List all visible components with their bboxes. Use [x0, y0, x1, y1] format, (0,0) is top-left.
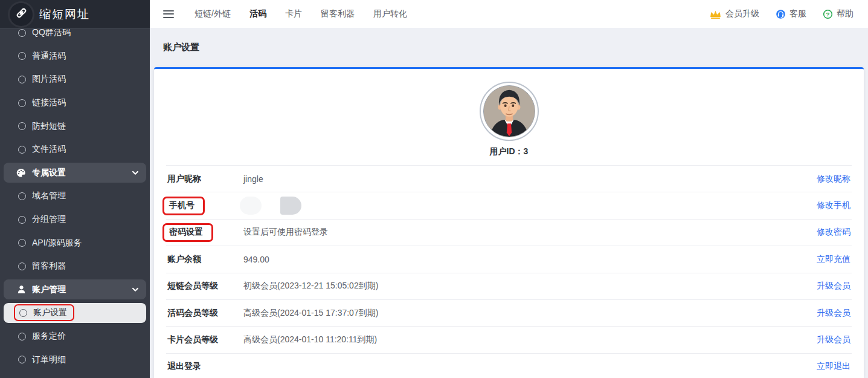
- sidebar-section-6[interactable]: 专属设置: [0, 161, 150, 185]
- svg-text:?: ?: [826, 11, 830, 18]
- user-id: 用户ID：3: [166, 146, 852, 157]
- row-label: 手机号: [167, 197, 243, 215]
- sidebar-item-label: 服务定价: [32, 331, 66, 342]
- sidebar: 缩短网址 QQ群活码普通活码图片活码链接活码防封短链文件活码专属设置域名管理分组…: [0, 0, 150, 378]
- circle-bullet-icon: [18, 122, 26, 130]
- sidebar-item-label: API/源码服务: [32, 238, 82, 249]
- sidebar-item-5[interactable]: 文件活码: [0, 138, 150, 161]
- sidebar-item-label: 域名管理: [32, 191, 66, 201]
- sidebar-item-4[interactable]: 防封短链: [0, 114, 150, 138]
- redacted-phone-blob: [280, 197, 301, 215]
- tab-3[interactable]: 留客利器: [321, 6, 355, 22]
- row-label: 账户余额: [167, 254, 243, 265]
- row-label: 用户昵称: [167, 174, 243, 184]
- sidebar-item-label: 留客利器: [32, 261, 66, 272]
- row-label: 密码设置: [167, 223, 243, 242]
- tab-0[interactable]: 短链/外链: [194, 6, 231, 22]
- chevron-down-icon: [132, 287, 139, 292]
- sidebar-item-label: 账户管理: [32, 284, 66, 295]
- help-icon: ?: [823, 9, 833, 19]
- avatar-ring[interactable]: [480, 82, 539, 141]
- circle-bullet-icon: [18, 216, 26, 224]
- chevron-down-icon: [132, 171, 139, 175]
- row-label: 卡片会员等级: [167, 334, 243, 345]
- row-value: 高级会员(2024-01-10 11:20:11到期): [243, 334, 817, 345]
- row-value: 设置后可使用密码登录: [243, 227, 817, 238]
- sidebar-item-3[interactable]: 链接活码: [0, 91, 150, 115]
- sidebar-item-10[interactable]: 留客利器: [0, 255, 150, 278]
- sidebar-item-label: 账户设置: [33, 307, 67, 318]
- page-content: 账户设置: [150, 28, 868, 378]
- page-title: 账户设置: [154, 28, 864, 67]
- row-action-link[interactable]: 升级会员: [817, 334, 850, 345]
- user-id-label: 用户ID：: [490, 146, 524, 156]
- sidebar-item-label: 文件活码: [32, 144, 66, 155]
- circle-bullet-icon: [18, 333, 26, 341]
- sidebar-item-1[interactable]: 普通活码: [0, 45, 150, 68]
- circle-bullet-icon: [18, 239, 26, 247]
- topbar-action-1[interactable]: 客服: [776, 8, 806, 19]
- row-value: 初级会员(2023-12-21 15:05:02到期): [243, 281, 817, 292]
- sidebar-item-7[interactable]: 域名管理: [0, 184, 150, 208]
- topbar-action-2[interactable]: ?帮助: [823, 8, 854, 19]
- sidebar-item-label: 分组管理: [32, 214, 66, 225]
- sidebar-item-label: 防封短链: [32, 121, 66, 132]
- user-icon: [16, 284, 27, 295]
- row-label: 退出登录: [167, 361, 243, 372]
- topbar: 短链/外链活码卡片留客利器用户转化 会员升级客服?帮助: [150, 0, 868, 28]
- row-action-link[interactable]: 升级会员: [817, 308, 850, 319]
- topbar-action-label: 会员升级: [725, 8, 759, 19]
- sidebar-section-11[interactable]: 账户管理: [0, 278, 150, 302]
- row-action-link[interactable]: 修改手机: [817, 200, 850, 211]
- circle-bullet-icon: [18, 192, 26, 200]
- row-action-link[interactable]: 立即退出: [817, 361, 850, 372]
- topbar-actions: 会员升级客服?帮助: [709, 8, 854, 19]
- sidebar-item-label: 图片活码: [32, 74, 66, 85]
- circle-bullet-icon: [18, 76, 26, 83]
- main-area: 短链/外链活码卡片留客利器用户转化 会员升级客服?帮助 账户设置: [150, 0, 868, 378]
- tab-1[interactable]: 活码: [249, 6, 266, 22]
- circle-bullet-icon: [19, 309, 27, 317]
- topbar-action-0[interactable]: 会员升级: [709, 8, 759, 19]
- row-action-link[interactable]: 立即充值: [817, 254, 850, 265]
- crown-icon: [709, 9, 722, 19]
- hamburger-menu-icon[interactable]: [163, 10, 174, 18]
- sidebar-item-12[interactable]: 账户设置: [0, 301, 150, 325]
- user-id-value: 3: [524, 146, 529, 156]
- circle-bullet-icon: [18, 29, 26, 37]
- settings-row-3: 账户余额949.00立即充值: [166, 246, 852, 273]
- sidebar-item-9[interactable]: API/源码服务: [0, 231, 150, 255]
- settings-row-2: 密码设置设置后可使用密码登录修改密码: [166, 220, 852, 246]
- sidebar-item-14[interactable]: 订单明细: [0, 348, 150, 371]
- row-action-link[interactable]: 升级会员: [817, 281, 850, 292]
- headset-icon: [776, 9, 786, 19]
- redacted-phone-blob: [240, 197, 262, 215]
- circle-bullet-icon: [18, 146, 26, 154]
- row-label: 短链会员等级: [167, 281, 243, 292]
- palette-icon: [16, 168, 27, 178]
- row-value: 高级会员(2024-01-15 17:37:07到期): [243, 308, 817, 319]
- link-icon: [15, 7, 28, 22]
- sidebar-item-label: 专属设置: [32, 168, 66, 178]
- circle-bullet-icon: [18, 356, 26, 363]
- tab-4[interactable]: 用户转化: [373, 6, 407, 22]
- avatar: [483, 85, 535, 137]
- annotation-red-box: 账户设置: [14, 304, 74, 321]
- app-title: 缩短网址: [39, 7, 90, 22]
- row-value: 949.00: [243, 255, 817, 264]
- settings-row-6: 卡片会员等级高级会员(2024-01-10 11:20:11到期)升级会员: [166, 327, 852, 353]
- settings-row-1: 手机号修改手机: [166, 192, 852, 219]
- sidebar-item-8[interactable]: 分组管理: [0, 208, 150, 232]
- sidebar-item-13[interactable]: 服务定价: [0, 325, 150, 348]
- sidebar-nav: QQ群活码普通活码图片活码链接活码防封短链文件活码专属设置域名管理分组管理API…: [0, 21, 150, 371]
- annotation-red-box: 密码设置: [162, 223, 213, 242]
- avatar-illustration: [484, 86, 535, 137]
- row-action-link[interactable]: 修改密码: [817, 227, 850, 238]
- sidebar-item-2[interactable]: 图片活码: [0, 68, 150, 91]
- circle-bullet-icon: [18, 99, 26, 107]
- tab-2[interactable]: 卡片: [285, 6, 302, 22]
- settings-row-5: 活码会员等级高级会员(2024-01-15 17:37:07到期)升级会员: [166, 300, 852, 327]
- topbar-tabs: 短链/外链活码卡片留客利器用户转化: [194, 6, 407, 22]
- settings-row-4: 短链会员等级初级会员(2023-12-21 15:05:02到期)升级会员: [166, 273, 852, 300]
- row-action-link[interactable]: 修改昵称: [817, 174, 850, 184]
